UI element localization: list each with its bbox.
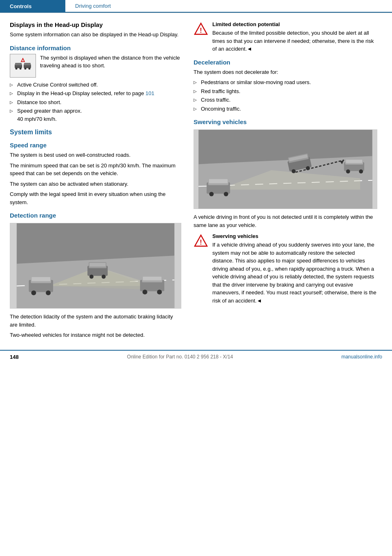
driving-comfort-tab-label: Driving comfort [75, 3, 111, 9]
speed-range-p3: The system can also be activated when st… [10, 180, 181, 188]
svg-text:!: ! [200, 239, 202, 246]
svg-point-28 [143, 289, 147, 294]
footer-logo: manualsonline.info [341, 354, 382, 360]
svg-rect-17 [32, 277, 51, 281]
detection-range-diagram [10, 223, 181, 309]
page-footer: 148 Online Edition for Part no. 0140 2 9… [0, 350, 392, 363]
svg-rect-22 [89, 263, 106, 267]
detection-p2: Two-wheeled vehicles for instance might … [10, 331, 181, 339]
swerving-warning: ! Swerving vehicles If a vehicle driving… [194, 233, 377, 305]
svg-point-2 [16, 67, 18, 69]
footer-online-text: Online Edition for Part no. 0140 2 956 2… [127, 354, 233, 360]
warning-triangle-icon: ! [194, 22, 208, 37]
svg-rect-49 [346, 160, 362, 163]
page-number: 148 [10, 354, 19, 360]
speed-range-p1: The system is best used on well-construc… [10, 151, 181, 159]
svg-point-50 [346, 169, 350, 173]
distance-symbol-box: ! [10, 54, 36, 78]
svg-rect-1 [15, 63, 22, 65]
svg-rect-5 [24, 63, 31, 65]
svg-point-24 [102, 275, 106, 279]
tab-driving-comfort[interactable]: Driving comfort [65, 0, 392, 13]
svg-point-40 [224, 192, 228, 196]
svg-point-39 [209, 192, 214, 196]
speed-range-p2: The minimum speed that can be set is 20 … [10, 162, 181, 178]
svg-point-23 [89, 275, 94, 279]
distance-info-symbol-row: ! The symbol is displayed when the dista… [10, 54, 181, 78]
deceleration-intro: The system does not decelerate for: [194, 68, 377, 76]
page-header: Controls Driving comfort [0, 0, 392, 13]
bullet-item: Red traffic lights. [194, 87, 377, 96]
detection-range-heading: Detection range [10, 212, 181, 219]
swerving-warning-title: Swerving vehicles [212, 233, 377, 239]
limited-detection-text: Because of the limited possible detectio… [212, 29, 377, 53]
tab-controls[interactable]: Controls [0, 0, 65, 13]
bullet-item: Oncoming traffic. [194, 105, 377, 113]
distance-symbol-icon: ! [13, 57, 33, 75]
system-limits-heading: System limits [10, 129, 181, 136]
bullet-item: Pedestrians or similar slow-moving road … [194, 78, 377, 87]
bullet-item: Distance too short. [10, 98, 181, 107]
svg-text:!: ! [22, 59, 23, 62]
deceleration-bullets: Pedestrians or similar slow-moving road … [194, 78, 377, 113]
svg-rect-38 [209, 179, 228, 183]
swerving-caption: A vehicle driving in front of you is not… [194, 213, 377, 229]
bullet-item: Speed greater than approx.40 mph/70 km/h… [10, 107, 181, 123]
svg-point-29 [157, 289, 162, 294]
swerving-warning-icon: ! [194, 234, 208, 249]
swerving-svg [194, 130, 377, 209]
left-column: Displays in the Head-up Display Some sys… [10, 21, 181, 342]
limited-detection-title: Limited detection potential [212, 21, 377, 27]
speed-range-p4: Comply with the legal speed limit in eve… [10, 190, 181, 206]
main-content: Displays in the Head-up Display Some sys… [0, 13, 392, 342]
distance-bullets: Active Cruise Control switched off. Disp… [10, 81, 181, 123]
swerving-heading: Swerving vehicles [194, 118, 377, 125]
limited-detection-warning: ! Limited detection potential Because of… [194, 21, 377, 53]
speed-range-heading: Speed range [10, 142, 181, 149]
svg-point-19 [46, 290, 51, 295]
detection-p1: The detection lidacity of the system and… [10, 313, 181, 329]
controls-tab-label: Controls [10, 3, 31, 9]
detection-range-svg [10, 223, 181, 308]
svg-point-3 [20, 67, 22, 69]
bullet-item: Display in the Head-up Display selected,… [10, 89, 181, 98]
svg-point-6 [24, 67, 27, 69]
swerving-warning-text: If a vehicle driving ahead of you sudden… [212, 241, 377, 305]
right-column: ! Limited detection potential Because of… [194, 21, 377, 342]
bullet-item: Active Cruise Control switched off. [10, 81, 181, 89]
intro-text: Some system information can also be disp… [10, 31, 181, 39]
distance-info-text: The symbol is displayed when the distanc… [40, 54, 181, 70]
deceleration-heading: Deceleration [194, 59, 377, 66]
svg-rect-27 [143, 277, 162, 280]
distance-info-heading: Distance information [10, 44, 181, 51]
svg-point-51 [359, 169, 363, 173]
svg-point-18 [31, 290, 36, 295]
svg-point-7 [29, 67, 31, 69]
swerving-vehicles-diagram [194, 129, 377, 209]
bullet-item: Cross traffic. [194, 96, 377, 104]
page-title: Displays in the Head-up Display [10, 21, 181, 28]
svg-text:!: ! [200, 27, 202, 34]
